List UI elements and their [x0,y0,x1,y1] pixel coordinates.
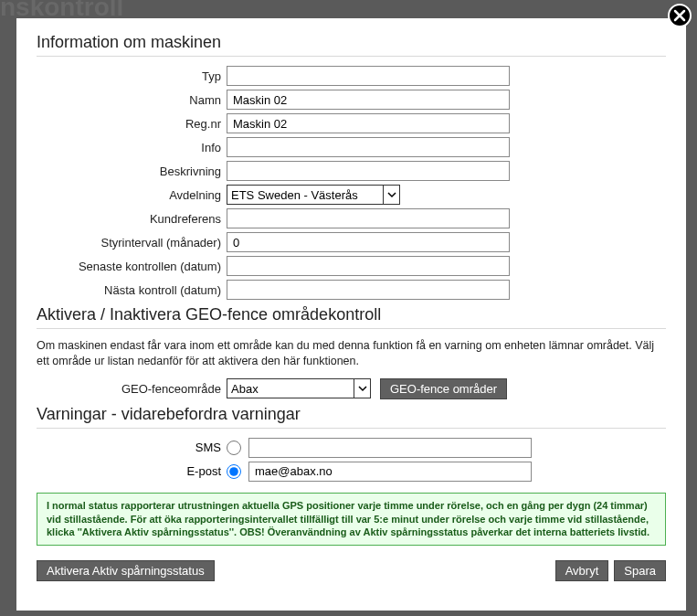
close-button[interactable] [668,4,692,27]
input-typ[interactable] [227,66,510,86]
save-button[interactable]: Spara [614,560,666,581]
machine-modal: Information om maskinen Typ Namn Reg.nr … [16,18,686,611]
label-senaste-kontroll: Senaste kontrollen (datum) [37,260,227,273]
geofence-areas-button[interactable]: GEO-fence områder [380,378,507,399]
activate-tracking-button[interactable]: Aktivera Aktiv spårningsstatus [37,560,215,581]
label-nasta-kontroll: Nästa kontroll (datum) [37,283,227,297]
cancel-button[interactable]: Avbryt [555,560,609,581]
input-namn[interactable] [227,90,510,110]
input-nasta-kontroll[interactable] [227,280,510,300]
section-title-warnings: Varningar - vidarebefordra varningar [37,405,666,424]
radio-email[interactable] [227,464,241,479]
divider [37,56,666,57]
section-title-machine-info: Information om maskinen [37,33,666,52]
input-sms[interactable] [248,438,532,458]
select-geofence-area[interactable]: Abax [227,378,371,398]
input-senaste-kontroll[interactable] [227,256,510,276]
input-info[interactable] [227,137,510,157]
label-typ: Typ [37,69,227,83]
input-styrintervall[interactable] [227,232,510,252]
close-icon [673,9,686,22]
geofence-description: Om maskinen endast får vara inom ett omr… [37,338,666,369]
divider [37,428,666,429]
input-kundreferens[interactable] [227,208,510,228]
label-sms: SMS [37,441,227,454]
label-regnr: Reg.nr [37,117,227,131]
radio-sms[interactable] [227,441,241,455]
label-email: E-post [37,464,227,478]
label-avdelning: Avdelning [37,188,227,202]
select-avdelning[interactable]: ETS Sweden - Västerås [227,185,400,205]
label-kundreferens: Kundreferens [37,212,227,226]
label-beskrivning: Beskrivning [37,165,227,178]
tracking-notice: I normal status rapporterar utrustningen… [37,493,666,547]
input-regnr[interactable] [227,113,510,133]
input-email[interactable] [248,462,532,482]
label-styrintervall: Styrintervall (månader) [37,236,227,250]
input-beskrivning[interactable] [227,161,510,181]
divider [37,328,666,329]
label-namn: Namn [37,93,227,107]
section-title-geofence: Aktivera / Inaktivera GEO-fence områdeko… [37,305,666,324]
label-geofence-area: GEO-fenceområde [37,382,227,396]
label-info: Info [37,141,227,154]
